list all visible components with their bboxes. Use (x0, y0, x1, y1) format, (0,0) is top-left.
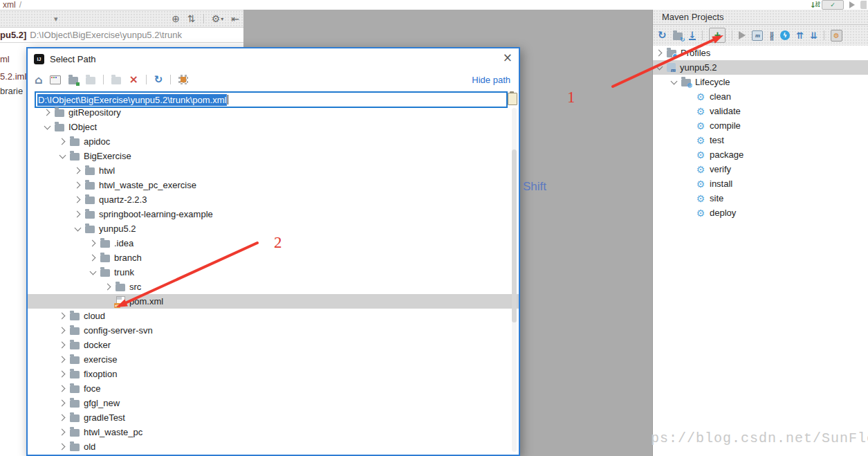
tree-item-htwl-waste-pc-exercise[interactable]: htwl_waste_pc_exercise (28, 178, 519, 192)
tree-item-validate[interactable]: validate (653, 104, 868, 118)
chevron-collapsed-icon[interactable] (59, 138, 66, 145)
chevron-collapsed-icon[interactable] (75, 211, 81, 217)
hide-panel-icon[interactable]: ⇤ (231, 14, 239, 24)
tree-item-exercise[interactable]: exercise (28, 352, 519, 367)
chevron-collapsed-icon[interactable] (59, 371, 66, 377)
copy-folder-icon[interactable] (86, 77, 95, 84)
tree-item-htwl-waste-pc[interactable]: htwl_waste_pc (28, 425, 519, 439)
expand-all-icon[interactable]: ⇈ (796, 30, 804, 41)
tree-item-cloud[interactable]: cloud (28, 309, 519, 323)
tree-item-trunk[interactable]: trunk (28, 265, 519, 280)
chevron-expanded-icon[interactable] (75, 226, 81, 232)
maven-run-icon[interactable] (739, 31, 746, 39)
collapse-all-icon[interactable]: ⇊ (810, 30, 818, 41)
tree-item-.idea[interactable]: .idea (28, 236, 519, 250)
tree-item-htwl[interactable]: htwl (28, 163, 519, 178)
project-item-fragment[interactable]: 5.2.iml (0, 71, 26, 82)
tree-item-config-server-svn[interactable]: config-server-svn (28, 323, 519, 338)
run-icon[interactable] (849, 1, 855, 8)
tree-item-bigexercise[interactable]: BigExercise (28, 149, 519, 163)
refresh-icon[interactable]: ↻ (154, 73, 163, 86)
chevron-expanded-icon[interactable] (671, 79, 677, 85)
chevron-collapsed-icon[interactable] (59, 400, 66, 406)
desktop-directory-icon[interactable] (50, 75, 61, 84)
tree-item-apidoc[interactable]: apidoc (28, 134, 519, 149)
tree-item-gfgl-new[interactable]: gfgl_new (28, 396, 519, 410)
tree-item-package[interactable]: package (653, 147, 868, 162)
tree-item-springboot-learning-example[interactable]: springboot-learning-example (28, 207, 519, 221)
chevron-collapsed-icon[interactable] (59, 444, 66, 450)
tree-item-src[interactable]: src (28, 280, 519, 294)
chevron-collapsed-icon[interactable] (75, 197, 81, 203)
breadcrumb-item[interactable]: xml (3, 0, 16, 10)
chevron-collapsed-icon[interactable] (59, 327, 66, 334)
tree-item-pom.xml[interactable]: pom.xml (28, 294, 519, 309)
show-hidden-files-icon[interactable] (178, 75, 188, 84)
maven-panel-header[interactable]: Maven Projects (653, 10, 868, 25)
vcs-update-icon[interactable]: ↓1001 (810, 1, 816, 10)
tree-item-docker[interactable]: docker (28, 338, 519, 352)
tree-item-install[interactable]: install (653, 176, 868, 191)
maven-offline-mode-icon[interactable]: ϟ (780, 30, 790, 40)
tree-item-iobject[interactable]: IObject (28, 120, 519, 134)
scrollbar[interactable] (512, 108, 517, 452)
tree-item-compile[interactable]: compile (653, 118, 868, 133)
dialog-titlebar[interactable]: IJ Select Path × (28, 48, 519, 69)
tree-item-profiles[interactable]: Profiles (653, 46, 868, 60)
folder-options-icon[interactable] (111, 77, 121, 84)
chevron-collapsed-icon[interactable] (59, 414, 66, 421)
tree-item-deploy[interactable]: deploy (653, 206, 868, 220)
chevron-expanded-icon[interactable] (90, 269, 96, 275)
chevron-collapsed-icon[interactable] (656, 50, 663, 56)
tree-item-lifecycle[interactable]: Lifecycle (653, 75, 868, 89)
delete-icon[interactable]: × (129, 74, 138, 85)
tree-item-branch[interactable]: branch (28, 250, 519, 265)
chevron-collapsed-icon[interactable] (59, 313, 66, 319)
maven-add-project-button[interactable]: + (709, 28, 726, 43)
tree-item-test[interactable]: test (653, 133, 868, 147)
tree-item-quartz-2.2.3[interactable]: quartz-2.2.3 (28, 192, 519, 207)
locate-target-icon[interactable]: ⊕ (172, 14, 180, 24)
tree-item-foce[interactable]: foce (28, 381, 519, 396)
chevron-collapsed-icon[interactable] (59, 342, 66, 348)
gear-icon[interactable]: ⚙ (212, 14, 221, 24)
maven-generate-sources-icon[interactable]: ↻ (673, 31, 683, 40)
hide-path-link[interactable]: Hide path (472, 75, 510, 85)
scrollbar-thumb[interactable] (512, 149, 517, 322)
chevron-collapsed-icon[interactable] (59, 385, 66, 392)
chevron-collapsed-icon[interactable] (59, 429, 66, 435)
chevron-collapsed-icon[interactable] (90, 255, 96, 261)
tree-item-verify[interactable]: verify (653, 162, 868, 176)
chevron-collapsed-icon[interactable] (105, 284, 111, 290)
build-check-button[interactable]: ✓ (822, 0, 844, 10)
tree-item-yunpu5.2[interactable]: yunpu5.2 (28, 221, 519, 236)
chevron-expanded-icon[interactable] (44, 124, 50, 130)
tree-item-gradletest[interactable]: gradleTest (28, 410, 519, 425)
chevron-collapsed-icon[interactable] (75, 167, 81, 174)
project-item-fragment[interactable]: brarie (0, 86, 23, 96)
maven-reimport-icon[interactable]: ↻ (658, 29, 667, 42)
new-folder-icon[interactable] (68, 77, 78, 84)
tree-item-gitrepository[interactable]: gitRepository (28, 105, 519, 120)
maven-skip-tests-icon[interactable]: ∦ (769, 30, 774, 41)
collapse-expand-icon[interactable]: ⇅ (187, 14, 196, 24)
maven-settings-icon[interactable]: ⚙ (831, 30, 842, 42)
tree-item-fixoption[interactable]: fixoption (28, 367, 519, 381)
project-item-fragment[interactable]: ml (0, 54, 10, 64)
chevron-collapsed-icon[interactable] (59, 356, 66, 363)
chevron-expanded-icon[interactable] (656, 64, 663, 71)
chevron-collapsed-icon[interactable] (90, 240, 96, 246)
home-directory-icon[interactable]: ⌂ (35, 73, 42, 86)
maven-download-sources-icon[interactable]: ↓ (689, 31, 696, 40)
dropdown-caret-icon[interactable]: ▾ (54, 15, 58, 24)
close-icon[interactable]: × (503, 52, 513, 64)
maven-run-configuration-icon[interactable]: m (752, 30, 763, 41)
chevron-collapsed-icon[interactable] (75, 182, 81, 188)
editor-tab[interactable]: pu5.2] D:\IObject\BigExercise\yunpu5.2\t… (0, 28, 243, 43)
chevron-collapsed-icon[interactable] (44, 109, 50, 116)
chevron-expanded-icon[interactable] (59, 153, 66, 159)
tree-item-old[interactable]: old (28, 439, 519, 454)
paste-icon[interactable] (508, 93, 517, 105)
tree-item-site[interactable]: site (653, 191, 868, 206)
tree-item-yunpu5.2[interactable]: yunpu5.2 (653, 60, 868, 75)
